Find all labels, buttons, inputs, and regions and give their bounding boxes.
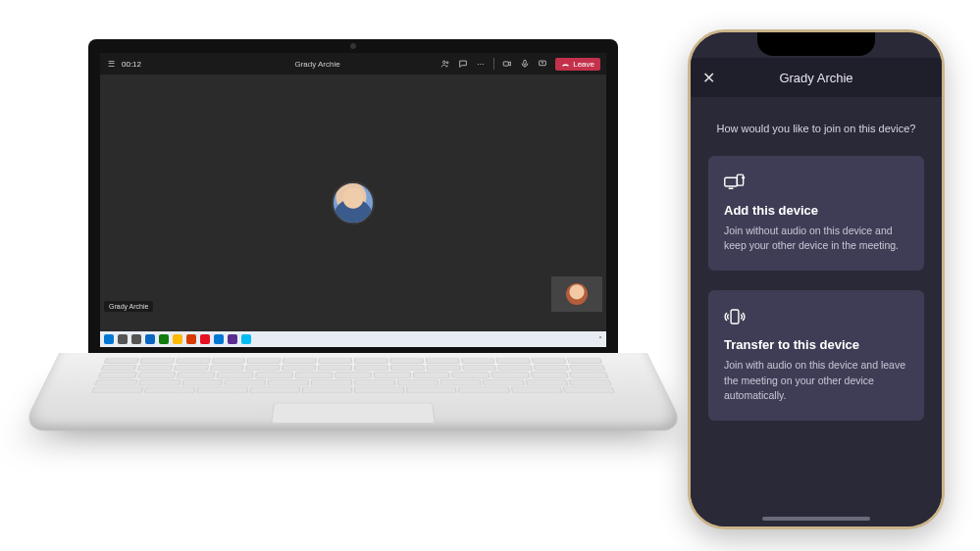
- people-icon[interactable]: [440, 59, 450, 69]
- card-title: Add this device: [724, 203, 908, 218]
- phone-notch: [757, 32, 875, 56]
- svg-rect-6: [737, 175, 743, 185]
- leave-button[interactable]: Leave: [555, 58, 600, 71]
- svg-point-0: [443, 61, 446, 64]
- more-icon[interactable]: ⋯: [476, 59, 486, 69]
- taskbar-app-icon[interactable]: [118, 334, 128, 344]
- trackpad[interactable]: [271, 403, 436, 424]
- chat-icon[interactable]: [458, 59, 468, 69]
- hangup-icon: [561, 60, 570, 69]
- card-title: Transfer to this device: [724, 337, 908, 352]
- keyboard: [90, 358, 616, 396]
- transfer-device-card[interactable]: Transfer to this device Join with audio …: [708, 290, 924, 421]
- phone-header-title: Grady Archie: [779, 71, 852, 85]
- self-view-pip[interactable]: [551, 276, 602, 312]
- share-icon[interactable]: [538, 59, 547, 69]
- laptop-bezel: ☰ 00:12 Grady Archie ⋯: [88, 39, 618, 353]
- webcam-dot: [350, 43, 356, 49]
- taskbar-app-icon[interactable]: [173, 334, 182, 344]
- leave-label: Leave: [573, 60, 594, 69]
- laptop-screen: ☰ 00:12 Grady Archie ⋯: [100, 53, 606, 347]
- card-desc: Join without audio on this device and ke…: [724, 224, 908, 253]
- taskbar-app-icon[interactable]: [214, 334, 224, 344]
- svg-rect-7: [731, 310, 739, 324]
- join-prompt: How would you like to join on this devic…: [708, 123, 924, 134]
- transfer-device-icon: [724, 308, 744, 326]
- svg-rect-2: [503, 62, 508, 66]
- phone-header: ✕ Grady Archie: [691, 58, 942, 97]
- svg-rect-3: [524, 60, 527, 65]
- laptop-device: ☰ 00:12 Grady Archie ⋯: [59, 39, 647, 471]
- phone-device: ✕ Grady Archie How would you like to joi…: [688, 29, 945, 529]
- svg-point-1: [446, 62, 448, 64]
- taskbar-app-icon[interactable]: [200, 334, 210, 344]
- toolbar-divider: [493, 58, 494, 70]
- window-menu-icon[interactable]: ☰: [106, 59, 116, 69]
- add-device-icon: [724, 174, 744, 191]
- card-desc: Join with audio on this device and leave…: [724, 358, 908, 403]
- call-timer: 00:12: [122, 60, 141, 69]
- meeting-title: Grady Archie: [200, 60, 435, 69]
- windows-taskbar: ˄: [100, 331, 606, 347]
- taskbar-app-icon[interactable]: [159, 334, 169, 344]
- taskbar-app-icon[interactable]: [228, 334, 237, 344]
- participant-avatar[interactable]: [332, 181, 375, 225]
- close-icon[interactable]: ✕: [702, 69, 715, 87]
- teams-topbar: ☰ 00:12 Grady Archie ⋯: [100, 53, 606, 75]
- svg-rect-5: [725, 177, 738, 186]
- camera-icon[interactable]: [502, 59, 512, 69]
- mic-icon[interactable]: [520, 59, 530, 69]
- self-avatar: [566, 283, 588, 305]
- taskbar-app-icon[interactable]: [104, 334, 114, 344]
- meeting-stage: Grady Archie: [100, 75, 606, 331]
- home-indicator[interactable]: [762, 517, 870, 521]
- add-device-card[interactable]: Add this device Join without audio on th…: [708, 156, 924, 271]
- taskbar-sys-caret[interactable]: ˄: [598, 335, 602, 344]
- taskbar-app-icon[interactable]: [131, 334, 141, 344]
- laptop-base: [59, 353, 647, 471]
- participant-name-pill: Grady Archie: [104, 301, 153, 312]
- taskbar-app-icon[interactable]: [241, 334, 251, 344]
- taskbar-app-icon[interactable]: [186, 334, 196, 344]
- phone-screen: ✕ Grady Archie How would you like to joi…: [691, 32, 942, 526]
- taskbar-app-icon[interactable]: [145, 334, 155, 344]
